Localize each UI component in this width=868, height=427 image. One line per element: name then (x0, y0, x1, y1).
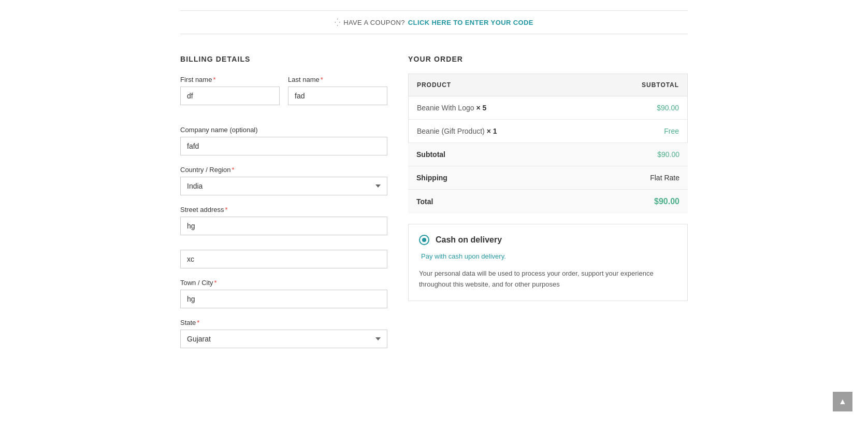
table-row: Beanie With Logo × 5 $90.00 (409, 96, 688, 120)
first-name-input[interactable] (180, 87, 280, 105)
product-name-2: Beanie (Gift Product) × 1 (409, 120, 588, 143)
town-group: Town / City* (180, 279, 387, 308)
company-input[interactable] (180, 137, 387, 155)
first-name-group: First name* (180, 76, 280, 105)
country-group: Country / Region* India United States Un… (180, 166, 387, 195)
payment-section: Cash on delivery Pay with cash upon deli… (408, 224, 688, 301)
last-name-input[interactable] (288, 87, 387, 105)
company-group: Company name (optional) (180, 126, 387, 155)
coupon-link[interactable]: Click here to enter your code (408, 19, 533, 26)
payment-radio-icon[interactable] (419, 235, 429, 245)
shipping-row: Shipping Flat Rate (408, 166, 688, 190)
cash-on-delivery-option[interactable]: Cash on delivery (419, 235, 677, 245)
last-name-label: Last name* (288, 76, 387, 83)
coupon-static-text: Have a coupon? (343, 19, 405, 26)
state-group: State* Gujarat Maharashtra Delhi Tamil N… (180, 319, 387, 348)
coupon-tag-icon: ⁛ (335, 18, 340, 26)
town-input[interactable] (180, 290, 387, 308)
country-label: Country / Region* (180, 166, 387, 174)
product-subtotal-1: $90.00 (587, 96, 687, 120)
personal-data-text: Your personal data will be used to proce… (419, 268, 677, 290)
state-label: State* (180, 319, 387, 326)
product-subtotal-2: Free (587, 120, 687, 143)
product-name-1: Beanie With Logo × 5 (409, 96, 588, 120)
street-line2-input[interactable] (180, 250, 387, 268)
main-layout: Billing Details First name* Last name* (180, 55, 688, 359)
payment-description: Pay with cash upon delivery. (419, 252, 677, 260)
order-table: Product Subtotal Beanie With Logo × 5 $9… (408, 74, 688, 143)
shipping-label: Shipping (416, 174, 447, 182)
last-name-group: Last name* (288, 76, 387, 105)
street-address-group: Street address* (180, 206, 387, 239)
total-value: $90.00 (654, 197, 679, 206)
payment-method-label: Cash on delivery (436, 235, 502, 245)
col-product-header: Product (409, 74, 588, 96)
first-name-label: First name* (180, 76, 280, 83)
subtotal-row: Subtotal $90.00 (408, 143, 688, 166)
col-subtotal-header: Subtotal (587, 74, 687, 96)
shipping-value: Flat Rate (650, 174, 679, 182)
order-title: Your Order (408, 55, 688, 63)
coupon-bar: ⁛ Have a coupon? Click here to enter you… (180, 10, 688, 34)
order-section: Your Order Product Subtotal Beanie With … (408, 55, 688, 301)
billing-section: Billing Details First name* Last name* (180, 55, 387, 359)
subtotal-label: Subtotal (416, 150, 445, 159)
country-select[interactable]: India United States United Kingdom Austr… (180, 177, 387, 195)
name-row: First name* Last name* (180, 76, 387, 116)
town-label: Town / City* (180, 279, 387, 287)
subtotal-value: $90.00 (657, 150, 679, 159)
total-label: Total (416, 197, 433, 206)
billing-title: Billing Details (180, 55, 387, 63)
order-table-header: Product Subtotal (409, 74, 688, 96)
street-line1-input[interactable] (180, 217, 387, 235)
street-label: Street address* (180, 206, 387, 214)
company-label: Company name (optional) (180, 126, 387, 134)
street-line2-group (180, 250, 387, 268)
total-row: Total $90.00 (408, 190, 688, 214)
table-row: Beanie (Gift Product) × 1 Free (409, 120, 688, 143)
state-select[interactable]: Gujarat Maharashtra Delhi Tamil Nadu Kar… (180, 330, 387, 348)
